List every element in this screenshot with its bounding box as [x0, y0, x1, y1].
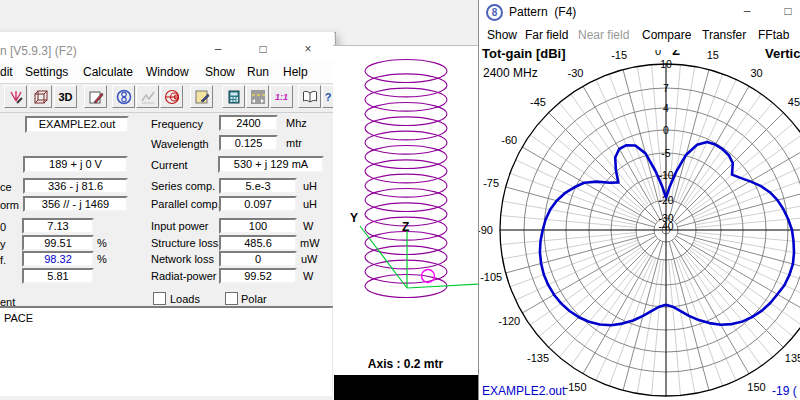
z-axis-label: Z: [402, 220, 409, 234]
svg-text:135: 135: [785, 352, 800, 364]
edit-file-button[interactable]: [84, 85, 107, 108]
pattern-menu-fftab[interactable]: FFtab: [758, 28, 789, 42]
pattern-window-title: Pattern (F4): [509, 5, 576, 19]
polar-checkbox-label: Polar: [241, 293, 267, 305]
matching-arrows-icon: [250, 89, 266, 105]
calculator-icon: [226, 89, 242, 105]
polar-grid: [500, 64, 800, 396]
network-loss-unit: uW: [301, 253, 318, 265]
svg-text:-90: -90: [479, 224, 493, 236]
input-power-label: Input power: [151, 220, 208, 232]
input-power-unit: W: [303, 220, 313, 232]
menu-show[interactable]: Show: [205, 65, 235, 79]
pattern-window-icon: 8: [486, 4, 503, 21]
series-comp-field[interactable]: 5.e-3: [219, 178, 297, 194]
maximize-button[interactable]: □: [247, 40, 279, 58]
pattern-minimize-button[interactable]: –: [734, 2, 760, 20]
voltage-field[interactable]: 189 + j 0 V: [23, 156, 128, 173]
y-axis-label: Y: [350, 211, 358, 225]
parallel-comp-label: Parallel comp.: [151, 198, 221, 210]
current-field[interactable]: 530 + j 129 mA: [218, 156, 324, 173]
menu-help[interactable]: Help: [283, 65, 308, 79]
close-button[interactable]: ×: [292, 40, 324, 58]
parallel-form-label-fragment: orm: [0, 199, 19, 211]
svg-text:30: 30: [750, 67, 762, 79]
menu-window[interactable]: Window: [146, 65, 189, 79]
impedance-field[interactable]: 336 - j 81.6: [23, 178, 128, 194]
pattern-menu-transfer[interactable]: Transfer: [702, 28, 746, 42]
menu-edit[interactable]: dit: [0, 65, 13, 79]
manual-button[interactable]: [298, 85, 321, 108]
radiat-eff-unit: %: [97, 253, 107, 265]
structure-loss-unit: mW: [300, 237, 320, 249]
matching-button[interactable]: [246, 85, 269, 108]
efficiency-unit: %: [97, 237, 107, 249]
3d-view-button[interactable]: 3D: [54, 85, 77, 108]
pattern-menu-compare[interactable]: Compare: [642, 28, 691, 42]
plot-filename: EXAMPLE2.out: [482, 384, 565, 398]
menu-run[interactable]: Run: [247, 65, 269, 79]
one-to-one-button[interactable]: 1:1: [270, 85, 293, 108]
menu-settings[interactable]: Settings: [25, 65, 68, 79]
svg-text:10: 10: [660, 58, 672, 70]
frequency-label: Frequency: [151, 118, 203, 130]
pattern-menu-nearfield: Near field: [578, 28, 629, 42]
svg-text:7: 7: [663, 82, 669, 94]
filename-field[interactable]: EXAMPLE2.out: [25, 116, 129, 133]
structure-loss-field[interactable]: 485.6: [219, 235, 297, 251]
svg-text:15: 15: [707, 50, 719, 61]
svg-text:-45: -45: [530, 96, 546, 108]
minimize-button[interactable]: –: [202, 40, 234, 58]
3d-icon: 3D: [58, 91, 72, 103]
svg-text:-40: -40: [658, 220, 673, 232]
comment-text: PACE: [4, 312, 33, 324]
edit-antenna-button[interactable]: [4, 85, 27, 108]
helix-turns: [365, 60, 447, 298]
yellow-notepad-icon: [194, 89, 210, 105]
menu-calculate[interactable]: Calculate: [83, 65, 133, 79]
polar-plot[interactable]: -165-150-135-120-105-90-75-60-45-30-1515…: [479, 50, 800, 400]
pattern-menu-show[interactable]: Show: [487, 28, 517, 42]
geometry-statusbar: [334, 375, 478, 400]
calculate-button[interactable]: [222, 85, 245, 108]
polar-checkbox[interactable]: [225, 292, 238, 305]
polar-labels: -165-150-135-120-105-90-75-60-45-30-1515…: [479, 50, 800, 400]
pattern-menu-farfield[interactable]: Far field: [525, 28, 568, 42]
loads-checkbox[interactable]: [153, 292, 166, 305]
parallel-form-field[interactable]: 356 // - j 1469: [23, 196, 128, 212]
wavelength-field[interactable]: 0.125: [219, 135, 278, 151]
radiat-eff-field[interactable]: 98.32: [22, 251, 94, 267]
comment-textarea[interactable]: PACE: [0, 306, 334, 396]
series-comp-label: Series comp.: [151, 180, 215, 192]
efficiency-label-fragment: y: [0, 238, 6, 250]
svg-text:-10: -10: [658, 169, 673, 181]
svg-text:45: 45: [788, 96, 800, 108]
smith-chart-button[interactable]: [160, 85, 183, 108]
edit-antenna-icon: [8, 89, 24, 105]
svg-text:150: 150: [747, 381, 765, 393]
rdf-field[interactable]: 5.81: [22, 268, 94, 284]
input-power-field[interactable]: 100: [219, 218, 297, 234]
pattern-button[interactable]: [112, 85, 135, 108]
pattern-maximize-button[interactable]: □: [775, 2, 800, 20]
network-loss-field[interactable]: 0: [219, 251, 297, 267]
notes-button[interactable]: [190, 85, 213, 108]
radiat-power-field[interactable]: 99.52: [219, 268, 297, 284]
parallel-comp-field[interactable]: 0.097: [219, 196, 297, 212]
book-icon: [302, 89, 318, 105]
main-window-title: n [V5.9.3] (F2): [0, 44, 77, 58]
gain-graph-button[interactable]: [136, 85, 159, 108]
svg-text:-105: -105: [480, 271, 502, 283]
swr-field[interactable]: 7.13: [22, 218, 94, 234]
wire-cube-icon: [33, 89, 49, 105]
pattern-icon: [116, 89, 132, 105]
svg-text:0: 0: [655, 50, 661, 57]
geometry-button[interactable]: [29, 85, 52, 108]
geometry-panel[interactable]: Y Z Axis : 0.2 mtr: [333, 45, 478, 400]
help-icon: ?: [325, 91, 332, 103]
smith-chart-icon: [164, 89, 180, 105]
frequency-field[interactable]: 2400: [219, 115, 278, 131]
efficiency-field[interactable]: 99.51: [22, 235, 94, 251]
pattern-window: 8 Pattern (F4) – □ Show Far field Near f…: [478, 0, 800, 400]
svg-text:4: 4: [663, 102, 669, 114]
